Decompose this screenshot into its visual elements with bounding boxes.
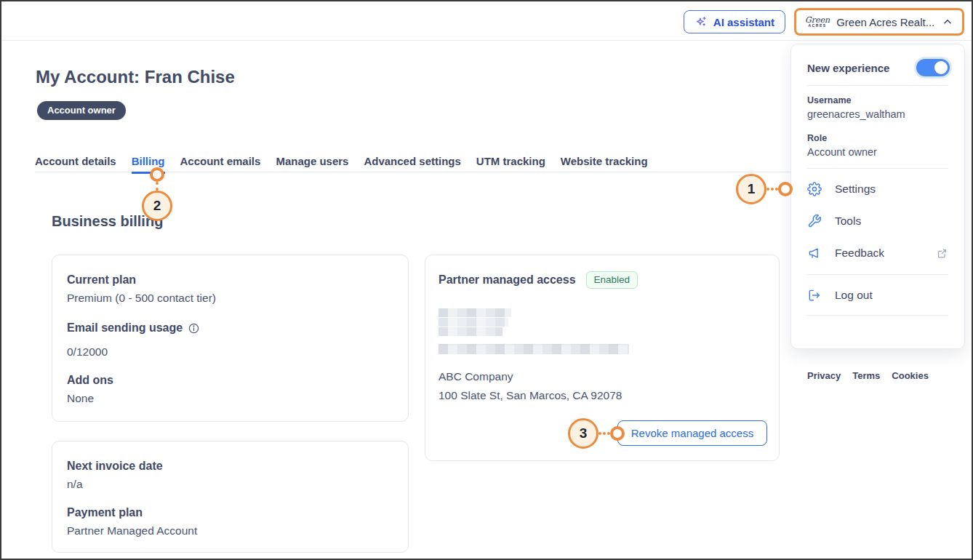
menu-footer-links: Privacy Terms Cookies <box>807 370 929 381</box>
menu-item-logout[interactable]: Log out <box>791 284 964 306</box>
payment-plan-label: Payment plan <box>67 504 393 521</box>
megaphone-icon <box>807 246 822 260</box>
username-label: Username <box>807 95 851 105</box>
revoke-managed-access-button[interactable]: Revoke managed access <box>617 420 767 446</box>
callout-3-number: 3 <box>568 418 598 449</box>
callout-1: 1 <box>736 174 793 204</box>
menu-item-label: Feedback <box>835 247 923 260</box>
wrench-icon <box>807 214 822 228</box>
account-tabs: Account details Billing Account emails M… <box>35 154 648 174</box>
tab-advanced-settings[interactable]: Advanced settings <box>364 154 460 174</box>
email-usage-label: Email sending usage <box>67 319 183 337</box>
tab-account-emails[interactable]: Account emails <box>180 154 261 174</box>
redacted-text-block <box>439 318 508 327</box>
account-owner-badge: Account owner <box>37 101 126 120</box>
info-icon[interactable] <box>188 322 200 335</box>
email-usage-value: 0/12000 <box>67 343 393 361</box>
ai-assistant-button[interactable]: AI assistant <box>684 10 785 33</box>
tab-manage-users[interactable]: Manage users <box>276 154 348 174</box>
new-experience-label: New experience <box>807 62 889 74</box>
role-value: Account owner <box>807 146 877 158</box>
redacted-text-block <box>439 308 511 317</box>
menu-item-label: Tools <box>835 215 948 228</box>
callout-1-number: 1 <box>736 174 766 204</box>
ai-assistant-label: AI assistant <box>713 16 774 28</box>
account-switcher-button[interactable]: Green ACRES Green Acres Realt... <box>794 8 964 36</box>
menu-item-label: Settings <box>835 183 948 196</box>
callout-target-ring <box>610 426 625 441</box>
addons-label: Add ons <box>67 372 393 389</box>
partner-company-name: ABC Company <box>439 367 766 386</box>
menu-divider <box>807 85 948 86</box>
next-invoice-label: Next invoice date <box>67 457 393 475</box>
tab-account-details[interactable]: Account details <box>35 154 116 174</box>
enabled-status-badge: Enabled <box>586 271 638 289</box>
top-bar: AI assistant Green ACRES Green Acres Rea… <box>1 1 972 41</box>
callout-2-number: 2 <box>142 191 172 221</box>
partner-access-label: Partner managed access <box>439 271 576 289</box>
invoice-card: Next invoice date n/a Payment plan Partn… <box>52 441 409 553</box>
account-name: Green Acres Realt... <box>836 16 935 28</box>
current-plan-value: Premium (0 - 500 contact tier) <box>67 289 393 308</box>
callout-dotted-line <box>766 188 778 191</box>
menu-item-tools[interactable]: Tools <box>791 210 964 232</box>
payment-plan-value: Partner Managed Account <box>67 521 393 540</box>
callout-2: 2 <box>142 167 172 221</box>
tab-utm-tracking[interactable]: UTM tracking <box>476 154 545 174</box>
account-dropdown-menu: New experience Username greenacres_walth… <box>790 44 965 349</box>
external-link-icon <box>936 247 948 260</box>
next-invoice-value: n/a <box>67 475 393 494</box>
sparkle-icon <box>694 15 708 28</box>
app-window: AI assistant Green ACRES Green Acres Rea… <box>0 0 973 560</box>
callout-target-ring <box>778 182 793 196</box>
addons-value: None <box>67 389 393 408</box>
cookies-link[interactable]: Cookies <box>892 370 929 381</box>
menu-divider <box>807 274 948 275</box>
terms-link[interactable]: Terms <box>852 370 880 381</box>
menu-item-settings[interactable]: Settings <box>791 178 964 200</box>
toggle-knob <box>934 61 948 74</box>
current-plan-card: Current plan Premium (0 - 500 contact ti… <box>52 255 409 422</box>
green-acres-logo-icon: Green ACRES <box>805 17 830 28</box>
role-label: Role <box>807 133 827 143</box>
callout-dotted-line <box>598 432 610 435</box>
callout-3: 3 <box>568 418 625 449</box>
menu-divider <box>807 315 948 316</box>
callout-dotted-line <box>156 182 159 191</box>
redacted-text-block <box>439 344 629 354</box>
menu-item-label: Log out <box>835 289 948 302</box>
tab-website-tracking[interactable]: Website tracking <box>561 154 648 174</box>
current-plan-label: Current plan <box>67 271 393 289</box>
gear-icon <box>807 182 822 196</box>
callout-target-ring <box>150 167 164 182</box>
menu-divider <box>807 168 948 169</box>
username-value: greenacres_waltham <box>807 108 905 120</box>
privacy-link[interactable]: Privacy <box>807 370 841 381</box>
new-experience-toggle[interactable] <box>916 59 950 76</box>
logout-icon <box>807 288 822 303</box>
menu-item-feedback[interactable]: Feedback <box>791 242 964 264</box>
chevron-up-icon <box>942 16 953 28</box>
redacted-text-block <box>439 327 502 336</box>
page-title: My Account: Fran Chise <box>36 67 235 87</box>
partner-company-address: 100 Slate St, San Marcos, CA 92078 <box>439 386 766 405</box>
